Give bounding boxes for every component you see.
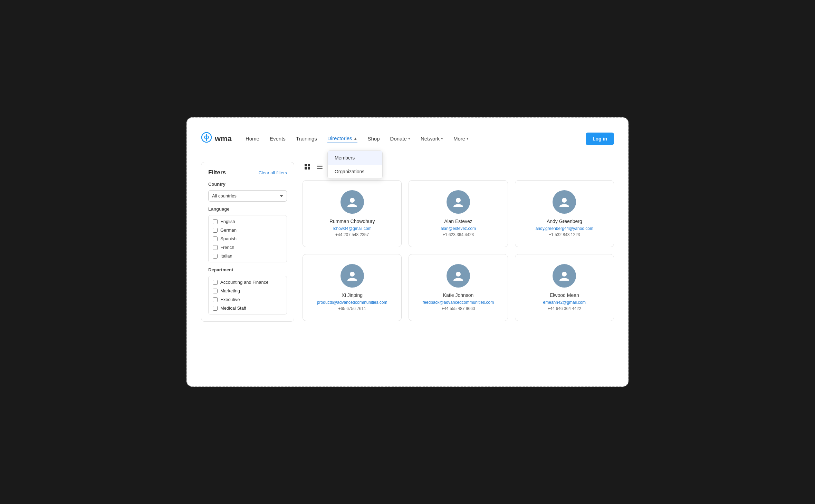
nav-directories-wrapper: Directories ▲ Members Organizations [327, 134, 357, 143]
member-email-1[interactable]: alan@estevez.com [441, 226, 476, 231]
clear-filters-button[interactable]: Clear all filters [259, 170, 287, 175]
nav-more[interactable]: More ▾ [453, 134, 469, 143]
filters-panel: Filters Clear all filters Country All co… [201, 162, 294, 322]
member-phone-5: +44 646 364 4422 [548, 306, 581, 311]
logo-text: wma [215, 134, 232, 143]
svg-rect-4 [305, 167, 307, 169]
member-name-1: Alan Estevez [444, 219, 472, 224]
country-select[interactable]: All countries [208, 190, 287, 202]
language-english-checkbox[interactable] [213, 219, 218, 224]
language-french[interactable]: French [213, 245, 282, 250]
language-checkbox-list: English German Spanish French Italian [208, 215, 287, 262]
network-chevron-icon: ▾ [441, 136, 443, 141]
member-phone-2: +1 532 843 1223 [549, 232, 580, 237]
dept-marketing[interactable]: Marketing [213, 288, 282, 293]
member-card-3[interactable]: Xi Jinping products@advancedcommunities.… [303, 254, 402, 321]
member-name-0: Rumman Chowdhury [329, 219, 375, 224]
nav-shop[interactable]: Shop [368, 134, 380, 143]
svg-rect-3 [308, 164, 310, 166]
nav-donate[interactable]: Donate ▾ [390, 134, 410, 143]
language-label: Language [208, 206, 287, 212]
member-email-4[interactable]: feedback@advancedcommunities.com [423, 300, 494, 305]
directories-dropdown: Members Organizations [327, 151, 383, 179]
list-view-button[interactable] [315, 162, 325, 173]
logo-icon [201, 132, 212, 145]
language-italian-checkbox[interactable] [213, 254, 218, 259]
svg-point-13 [456, 272, 461, 277]
member-email-2[interactable]: andy.greenberg44@yahoo.com [536, 226, 593, 231]
svg-rect-6 [317, 165, 323, 165]
language-spanish[interactable]: Spanish [213, 236, 282, 241]
filters-header: Filters Clear all filters [208, 169, 287, 176]
member-card-1[interactable]: Alan Estevez alan@estevez.com +1 623 364… [409, 180, 508, 247]
language-spanish-checkbox[interactable] [213, 236, 218, 241]
member-email-5[interactable]: emeann42@gmail.com [543, 300, 586, 305]
member-avatar-4 [447, 264, 470, 288]
logo[interactable]: wma [201, 132, 232, 145]
member-name-3: Xi Jinping [342, 292, 363, 298]
language-english[interactable]: English [213, 219, 282, 224]
country-label: Country [208, 182, 287, 187]
nav-events[interactable]: Events [270, 134, 286, 143]
language-french-checkbox[interactable] [213, 245, 218, 250]
department-checkbox-list: Accounting and Finance Marketing Executi… [208, 276, 287, 314]
more-chevron-icon: ▾ [467, 136, 469, 141]
member-avatar-2 [553, 190, 576, 214]
svg-rect-8 [317, 168, 323, 169]
dropdown-organizations[interactable]: Organizations [328, 165, 382, 178]
dept-accounting-checkbox[interactable] [213, 280, 218, 285]
language-german-checkbox[interactable] [213, 228, 218, 233]
language-italian[interactable]: Italian [213, 253, 282, 259]
members-grid: Rumman Chowdhury rchow34@gmail.com +44 2… [303, 180, 614, 321]
member-phone-4: +44 555 487 9660 [441, 306, 475, 311]
directory-content: Rumman Chowdhury rchow34@gmail.com +44 2… [303, 162, 614, 322]
directories-chevron-up-icon: ▲ [354, 136, 357, 140]
department-label: Department [208, 267, 287, 272]
svg-point-10 [456, 198, 461, 203]
donate-chevron-icon: ▾ [408, 136, 410, 141]
member-phone-1: +1 623 364 4423 [443, 232, 474, 237]
grid-view-button[interactable] [303, 162, 312, 173]
dept-executive-checkbox[interactable] [213, 297, 218, 302]
member-avatar-5 [553, 264, 576, 288]
nav-network[interactable]: Network ▾ [421, 134, 443, 143]
dept-executive[interactable]: Executive [213, 297, 282, 302]
member-email-0[interactable]: rchow34@gmail.com [333, 226, 372, 231]
member-card-2[interactable]: Andy Greenberg andy.greenberg44@yahoo.co… [515, 180, 614, 247]
dept-marketing-checkbox[interactable] [213, 289, 218, 293]
svg-rect-2 [305, 164, 307, 166]
member-card-4[interactable]: Katie Johnson feedback@advancedcommuniti… [409, 254, 508, 321]
nav-trainings[interactable]: Trainings [296, 134, 317, 143]
nav-directories[interactable]: Directories ▲ [327, 134, 357, 143]
main-content: Filters Clear all filters Country All co… [201, 162, 614, 322]
login-button[interactable]: Log in [586, 133, 614, 145]
app-frame: wma Home Events Trainings Directories ▲ … [186, 117, 629, 387]
member-phone-0: +44 207 548 2357 [335, 232, 369, 237]
dept-medical-checkbox[interactable] [213, 306, 218, 311]
dropdown-members[interactable]: Members [328, 151, 382, 165]
dept-accounting[interactable]: Accounting and Finance [213, 280, 282, 285]
member-avatar-1 [447, 190, 470, 214]
svg-point-14 [562, 272, 567, 277]
member-avatar-3 [341, 264, 364, 288]
member-card-0[interactable]: Rumman Chowdhury rchow34@gmail.com +44 2… [303, 180, 402, 247]
nav-home[interactable]: Home [246, 134, 259, 143]
navbar: wma Home Events Trainings Directories ▲ … [201, 132, 614, 152]
filters-title: Filters [208, 169, 226, 176]
nav-links: Home Events Trainings Directories ▲ Memb… [246, 134, 586, 143]
member-avatar-0 [341, 190, 364, 214]
svg-point-9 [350, 198, 355, 203]
svg-rect-5 [308, 167, 310, 169]
dept-medical[interactable]: Medical Staff [213, 306, 282, 311]
member-phone-3: +65 6756 7611 [338, 306, 366, 311]
svg-rect-7 [317, 166, 323, 167]
member-card-5[interactable]: Elwood Mean emeann42@gmail.com +44 646 3… [515, 254, 614, 321]
svg-point-11 [562, 198, 567, 203]
member-name-5: Elwood Mean [550, 292, 579, 298]
member-name-4: Katie Johnson [443, 292, 474, 298]
member-name-2: Andy Greenberg [547, 219, 582, 224]
member-email-3[interactable]: products@advancedcommunities.com [317, 300, 387, 305]
language-german[interactable]: German [213, 227, 282, 233]
svg-point-12 [350, 272, 355, 277]
